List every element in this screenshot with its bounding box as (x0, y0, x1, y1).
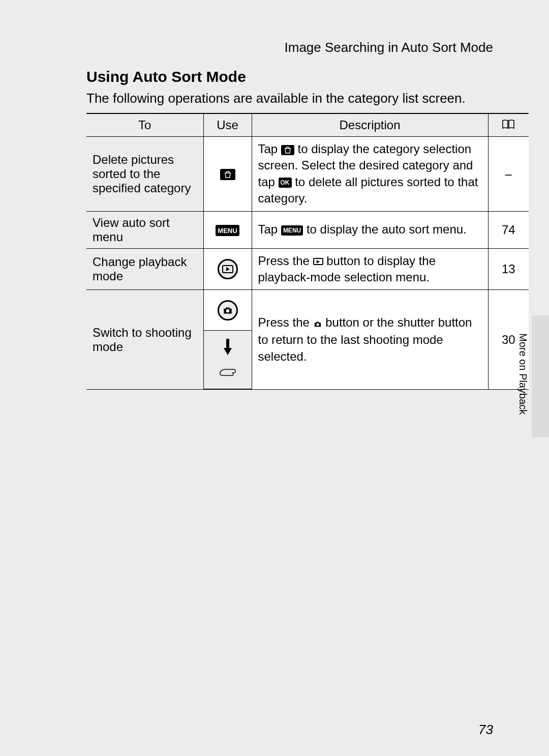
cell-description: Press the button to display the playback… (252, 248, 488, 290)
header-page-ref (488, 113, 529, 137)
camera-icon (313, 315, 322, 332)
cell-to: Change playback mode (86, 248, 203, 290)
cell-description: Tap MENU to display the auto sort menu. (252, 211, 488, 248)
playback-button-icon (218, 259, 238, 279)
cell-use: MENU (203, 211, 252, 248)
finger-press-icon (219, 366, 236, 381)
cell-to: Switch to shooting mode (86, 290, 203, 390)
table-row: Delete pictures sorted to the specified … (86, 137, 529, 212)
cell-use (203, 248, 252, 290)
cell-page-ref: 74 (488, 211, 529, 248)
cell-use (203, 290, 252, 331)
section-heading: Using Auto Sort Mode (86, 68, 246, 85)
side-tab (532, 315, 549, 438)
book-icon (502, 118, 515, 132)
menu-icon: MENU (216, 225, 239, 236)
operations-table: To Use Description Delete pictures sorte… (86, 113, 529, 390)
header-description: Description (252, 113, 488, 137)
cell-page-ref: 13 (488, 248, 529, 290)
menu-icon: MENU (281, 225, 303, 236)
manual-page: Image Searching in Auto Sort Mode Using … (0, 0, 549, 756)
desc-text: Press the (258, 315, 313, 329)
desc-text: Press the (258, 254, 313, 268)
table-header-row: To Use Description (86, 113, 529, 137)
running-head: Image Searching in Auto Sort Mode (285, 40, 493, 55)
page-number: 73 (478, 722, 493, 738)
camera-button-icon (218, 300, 238, 321)
table-row: Switch to shooting mode Press the button… (86, 290, 529, 331)
trash-icon (220, 169, 235, 180)
play-box-icon (313, 258, 323, 265)
desc-text: to display the auto sort menu. (307, 222, 467, 236)
cell-use (203, 137, 252, 212)
side-tab-label: More on Playback (517, 333, 529, 415)
cell-description: Press the button or the shutter button t… (252, 290, 488, 390)
cell-to: View auto sort menu (86, 211, 203, 248)
left-gutter (0, 0, 36, 756)
shutter-press-icon (210, 336, 246, 384)
trash-icon (281, 145, 294, 155)
cell-description: Tap to display the category selection sc… (252, 137, 488, 212)
content-area: Image Searching in Auto Sort Mode Using … (36, 0, 549, 756)
desc-text: Tap (258, 142, 281, 156)
cell-page-ref: – (488, 137, 529, 212)
desc-text: Tap (258, 222, 281, 236)
header-use: Use (203, 113, 252, 137)
intro-text: The following operations are available i… (86, 91, 466, 106)
cell-use (203, 331, 252, 390)
arrow-down-icon (222, 339, 233, 359)
svg-point-0 (226, 309, 229, 313)
header-to: To (86, 113, 203, 137)
ok-icon: OK (279, 178, 292, 188)
table-row: Change playback mode Press the (86, 248, 529, 290)
cell-to: Delete pictures sorted to the specified … (86, 137, 203, 212)
table-row: View auto sort menu MENU Tap MENU to dis… (86, 211, 529, 248)
svg-point-1 (316, 323, 319, 326)
